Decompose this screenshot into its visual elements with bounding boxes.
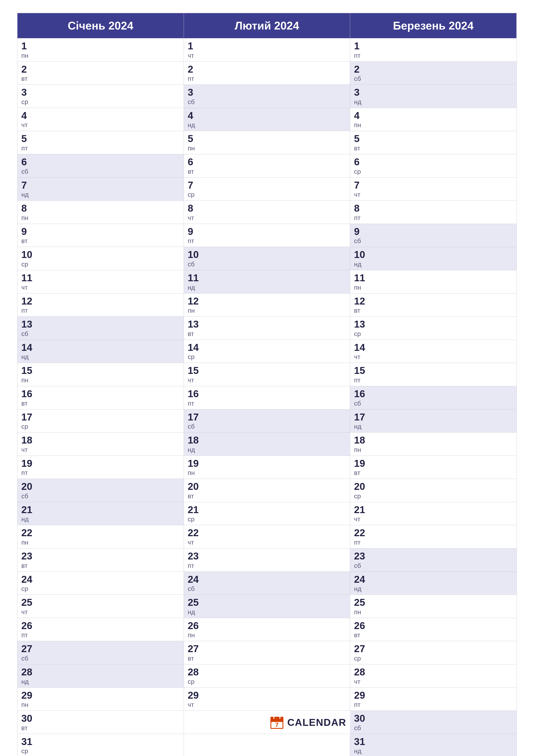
day-name: вт xyxy=(21,562,180,569)
day-number: 29 xyxy=(354,690,513,701)
svg-rect-2 xyxy=(270,720,283,721)
day-cell-m2-d9: 9пт xyxy=(184,224,350,247)
day-number: 2 xyxy=(21,64,180,75)
day-number: 22 xyxy=(21,527,180,538)
day-cell-m2-d28: 28ср xyxy=(184,664,350,688)
day-number: 8 xyxy=(354,203,513,214)
day-cell-m2-d20: 20вт xyxy=(184,479,350,502)
day-cell-m2-d25: 25нд xyxy=(184,595,350,618)
day-cell-m2-d12: 12пн xyxy=(184,293,350,316)
day-name: чт xyxy=(188,52,346,59)
day-number: 1 xyxy=(21,40,180,51)
day-name: вт xyxy=(188,168,346,175)
day-number: 18 xyxy=(21,435,180,446)
day-number: 10 xyxy=(21,249,180,260)
day-cell-m3-d27: 27ср xyxy=(350,641,517,664)
day-number: 4 xyxy=(21,110,180,121)
day-name: чт xyxy=(354,678,513,685)
day-name: чт xyxy=(354,191,513,198)
day-name: пт xyxy=(21,307,180,314)
day-number: 11 xyxy=(354,272,513,284)
day-name: пн xyxy=(188,145,346,152)
day-number: 12 xyxy=(21,296,180,307)
day-name: пт xyxy=(354,214,513,222)
day-name: пн xyxy=(354,121,513,129)
day-name: пт xyxy=(354,539,513,546)
day-number: 15 xyxy=(21,365,180,376)
day-number: 27 xyxy=(354,643,513,654)
day-cell-m1-d23: 23вт xyxy=(17,548,184,572)
day-name: ср xyxy=(21,747,180,755)
svg-text:7: 7 xyxy=(275,721,279,728)
day-name: сб xyxy=(188,585,346,592)
day-cell-m1-d22: 22пн xyxy=(17,525,184,548)
day-cell-m1-d7: 7нд xyxy=(17,177,184,201)
day-cell-m3-d28: 28чт xyxy=(350,664,517,688)
day-name: нд xyxy=(354,98,513,106)
day-cell-m1-d31: 31ср xyxy=(17,734,184,756)
day-number: 13 xyxy=(354,319,513,330)
day-name: нд xyxy=(188,608,346,616)
day-number: 7 xyxy=(188,180,346,191)
day-cell-m1-d10: 10ср xyxy=(17,247,184,270)
day-cell-m1-d17: 17ср xyxy=(17,409,184,433)
day-cell-m3-d18: 18пн xyxy=(350,432,517,456)
day-number: 14 xyxy=(354,342,513,353)
logo-container: 7 CALENDAR xyxy=(269,715,346,730)
day-number: 25 xyxy=(21,597,180,608)
day-number: 14 xyxy=(188,342,346,353)
day-cell-m1-d13: 13сб xyxy=(17,316,184,339)
day-name: сб xyxy=(354,237,513,245)
day-name: пн xyxy=(354,446,513,453)
day-cell-m3-d8: 8пт xyxy=(350,201,517,224)
day-name: чт xyxy=(188,376,346,384)
day-number: 2 xyxy=(354,64,513,75)
day-number: 28 xyxy=(188,666,346,678)
day-name: пт xyxy=(188,400,346,407)
day-number: 16 xyxy=(21,388,180,399)
day-name: вт xyxy=(21,237,180,245)
day-name: ср xyxy=(188,191,346,198)
day-name: сб xyxy=(354,75,513,82)
day-cell-m2-d23: 23пт xyxy=(184,548,350,572)
day-cell-m2-d16: 16пт xyxy=(184,386,350,409)
day-cell-m3-d21: 21чт xyxy=(350,502,517,525)
day-number: 19 xyxy=(354,458,513,469)
day-cell-m3-d23: 23сб xyxy=(350,548,517,572)
day-cell-m2-d1: 1чт xyxy=(184,38,350,62)
day-number: 4 xyxy=(188,110,346,121)
day-cell-m1-d30: 30вт xyxy=(17,711,184,734)
calendar-logo-icon: 7 xyxy=(269,715,284,730)
day-number: 10 xyxy=(188,249,346,260)
day-name: ср xyxy=(21,585,180,592)
day-cell-m2-d19: 19пн xyxy=(184,456,350,479)
day-cell-m3-d31: 31нд xyxy=(350,734,517,756)
day-cell-m2-d29: 29чт xyxy=(184,688,350,711)
day-name: вт xyxy=(21,400,180,407)
day-cell-m3-d11: 11пн xyxy=(350,270,517,293)
day-number: 29 xyxy=(21,690,180,701)
day-name: нд xyxy=(21,191,180,198)
day-cell-m3-d2: 2сб xyxy=(350,62,517,85)
day-cell-m1-d6: 6сб xyxy=(17,154,184,177)
day-cell-m3-d4: 4пн xyxy=(350,108,517,131)
day-cell-m3-d29: 29пт xyxy=(350,688,517,711)
day-number: 24 xyxy=(21,574,180,585)
day-name: сб xyxy=(21,330,180,338)
day-name: ср xyxy=(354,493,513,500)
day-number: 15 xyxy=(188,365,346,376)
day-number: 1 xyxy=(354,40,513,51)
day-number: 27 xyxy=(21,643,180,654)
day-cell-m1-d8: 8пн xyxy=(17,201,184,224)
day-name: нд xyxy=(21,516,180,523)
day-name: нд xyxy=(354,585,513,592)
day-cell-m1-d25: 25чт xyxy=(17,595,184,618)
day-name: сб xyxy=(188,260,346,268)
day-number: 2 xyxy=(188,64,346,75)
day-number: 26 xyxy=(354,620,513,631)
day-number: 19 xyxy=(21,458,180,469)
day-number: 30 xyxy=(354,713,513,724)
day-name: чт xyxy=(21,121,180,129)
day-cell-m1-d28: 28нд xyxy=(17,664,184,688)
day-name: пт xyxy=(188,75,346,82)
